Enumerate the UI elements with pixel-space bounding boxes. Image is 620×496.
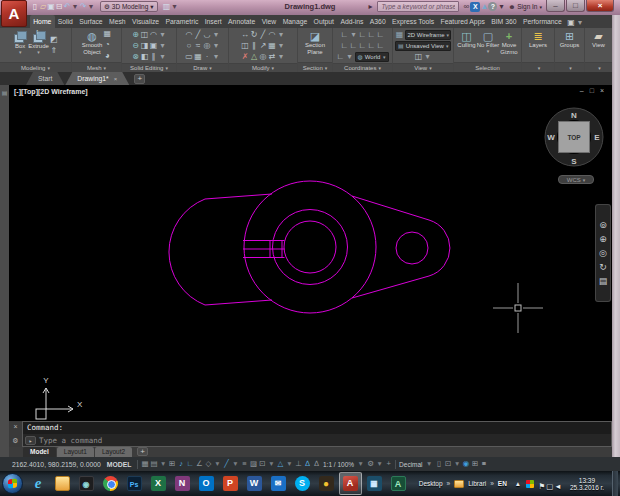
taskbar-clock[interactable]: 13:39 25.3.2016 г. <box>566 477 608 491</box>
draw-r3-caret[interactable]: ▾ <box>212 52 220 62</box>
part-outer-profile-right-arc[interactable] <box>429 220 450 276</box>
scale-icon[interactable]: ↗ <box>259 41 267 51</box>
osnap-caret[interactable]: ▾ <box>232 459 239 469</box>
media-app-taskbar-button[interactable]: ▦ <box>363 472 386 495</box>
3d-osnap-icon[interactable]: △ <box>277 459 284 469</box>
right-hole-circle[interactable] <box>396 232 428 264</box>
erase-icon[interactable]: ✗ <box>241 52 249 62</box>
command-customize-icon[interactable]: ⚙ <box>12 437 20 445</box>
thunderbird-taskbar-button[interactable]: ✉ <box>267 472 290 495</box>
modify-r3-caret[interactable]: ▾ <box>277 52 285 62</box>
tab-surface[interactable]: Surface <box>76 15 106 28</box>
annotation-visibility-icon[interactable]: ∆ <box>304 459 311 469</box>
new-drawing-tab-button[interactable]: + <box>134 74 145 84</box>
tab-layout2[interactable]: Layout2 <box>95 447 132 457</box>
viewcube-west[interactable]: W <box>547 133 555 142</box>
tray-expand-icon[interactable]: ▴ <box>514 479 522 489</box>
wcs-dropdown[interactable]: WCS ▾ <box>558 175 594 184</box>
ucs-named-caret[interactable]: ▾ <box>346 52 354 62</box>
customization-icon[interactable]: ≡ <box>481 459 488 469</box>
ucs-z-axis-icon[interactable]: ∟ <box>350 41 358 51</box>
tab-manage[interactable]: Manage <box>279 15 310 28</box>
smooth-object-button[interactable]: ◍ Smooth Object <box>82 29 103 61</box>
ucs-caret[interactable]: ▾ <box>350 30 358 40</box>
solid-r2-caret[interactable]: ▾ <box>159 41 167 51</box>
isolate-objects-icon[interactable]: ⊡ <box>445 459 452 469</box>
ucs-object-icon[interactable]: ∟ <box>368 30 376 40</box>
close-button[interactable]: × <box>586 0 614 12</box>
visual-style-dropdown[interactable]: 2D Wireframe ▾ <box>405 30 451 40</box>
signin-button[interactable]: ☻ Sign In ▾ <box>508 3 542 10</box>
isodraft-icon[interactable]: ◇ <box>205 459 212 469</box>
help-icon[interactable]: ? <box>488 2 497 11</box>
viewcube-north[interactable]: N <box>571 111 577 120</box>
tab-performance[interactable]: Performance <box>520 15 565 28</box>
viewcube-south[interactable]: S <box>571 157 577 166</box>
no-filter-button[interactable]: ▢ No Filter ▾ <box>477 29 500 61</box>
tab-solid[interactable]: Solid <box>55 15 77 28</box>
search-input[interactable] <box>377 1 459 12</box>
panel-label-draw[interactable]: Draw▾ <box>177 63 228 72</box>
offset-icon[interactable]: ◎ <box>259 52 267 62</box>
panel-label-solid-editing[interactable]: Solid Editing▾ <box>122 63 176 72</box>
polar-tracking-icon[interactable]: ∠ <box>196 459 203 469</box>
shell-icon[interactable]: ▣ <box>150 41 158 51</box>
panel-label-coordinates[interactable]: Coordinates▾ <box>333 63 392 72</box>
solid-r3-caret[interactable]: ▾ <box>159 52 167 62</box>
ie-taskbar-button[interactable]: e <box>27 472 50 495</box>
osnap-icon[interactable]: ╱ <box>223 459 230 469</box>
part-outer-profile-left-arc[interactable] <box>169 199 205 305</box>
ucs-dropdown[interactable]: ◍ World ▾ <box>355 52 389 62</box>
tab-add-ins[interactable]: Add-ins <box>337 15 366 28</box>
showmotion-icon[interactable]: ▤ <box>599 276 608 286</box>
redo-caret[interactable]: ▾ <box>87 2 95 12</box>
restore-button[interactable]: □ <box>566 0 585 12</box>
modify-r1-caret[interactable]: ▾ <box>277 30 285 40</box>
search-icon[interactable]: ∞ <box>462 2 470 12</box>
ucs-world-icon[interactable]: ∟ <box>359 30 367 40</box>
extrude-button[interactable]: ↑ Extrude ▾ <box>28 29 49 61</box>
tab-insert[interactable]: Insert <box>202 15 225 28</box>
separate-icon[interactable]: ∥ <box>150 52 158 62</box>
graphics-app-taskbar-button[interactable]: A <box>387 472 410 495</box>
presspull-icon[interactable]: ⇑ <box>50 46 58 56</box>
interfere-icon[interactable]: ◧ <box>141 52 149 62</box>
close-tab-icon[interactable]: × <box>114 76 118 82</box>
help-caret[interactable]: ▾ <box>497 2 505 12</box>
plot-icon[interactable]: ⊟ <box>55 2 63 12</box>
panel-label-groups[interactable]: ▾ <box>555 62 584 72</box>
quick-properties-icon[interactable]: ▯ <box>436 459 443 469</box>
intersect-icon[interactable]: ⊗ <box>132 52 140 62</box>
ucs-face-icon[interactable]: ∟ <box>377 30 385 40</box>
layers-button[interactable]: ≣ Layers <box>529 29 547 61</box>
tab-annotate[interactable]: Annotate <box>225 15 259 28</box>
chrome-taskbar-button[interactable] <box>99 472 122 495</box>
word-taskbar-button[interactable]: W <box>243 472 266 495</box>
graphics-performance-icon[interactable]: ◉ <box>463 459 470 469</box>
selection-cycling-caret[interactable]: ▾ <box>268 459 275 469</box>
fillet-icon[interactable]: ◠ <box>268 30 276 40</box>
ucs-y-rotate-icon[interactable]: ∟ <box>377 41 385 51</box>
lineweight-icon[interactable]: ≡ <box>241 459 248 469</box>
undo-icon[interactable]: ↶ <box>63 2 71 12</box>
panel-label-mesh[interactable]: Mesh▾ <box>72 62 121 72</box>
move-gizmo-button[interactable]: + Move Gizmo <box>500 29 517 61</box>
start-button[interactable] <box>2 473 23 494</box>
dynamic-ucs-icon[interactable]: ⊥ <box>295 459 302 469</box>
qnew-icon[interactable]: ▯ <box>31 2 39 12</box>
mesh-box-icon[interactable]: ▦ <box>103 29 111 39</box>
culling-button[interactable]: ◫ Culling <box>457 29 475 61</box>
annotation-autoscale-icon[interactable]: ∆ <box>313 459 320 469</box>
action-center-icon[interactable]: ⚑ <box>538 482 546 492</box>
model-space-button[interactable]: MODEL <box>107 461 132 468</box>
undo-caret[interactable]: ▾ <box>71 2 79 12</box>
command-input[interactable]: Type a command <box>39 436 102 445</box>
slice-icon[interactable]: ◫ <box>141 30 149 40</box>
desktop-chevron-icon[interactable]: » <box>447 480 451 487</box>
ribbon-state-caret[interactable]: ▾ <box>576 18 584 28</box>
clean-screen-icon[interactable]: ⊞ <box>472 459 479 469</box>
tab-visualize[interactable]: Visualize <box>129 15 162 28</box>
polysolid-icon[interactable]: ◩ <box>50 35 58 45</box>
view-manager-icon[interactable]: ◫ <box>415 52 423 62</box>
copy-icon[interactable]: ◫ <box>241 41 249 51</box>
